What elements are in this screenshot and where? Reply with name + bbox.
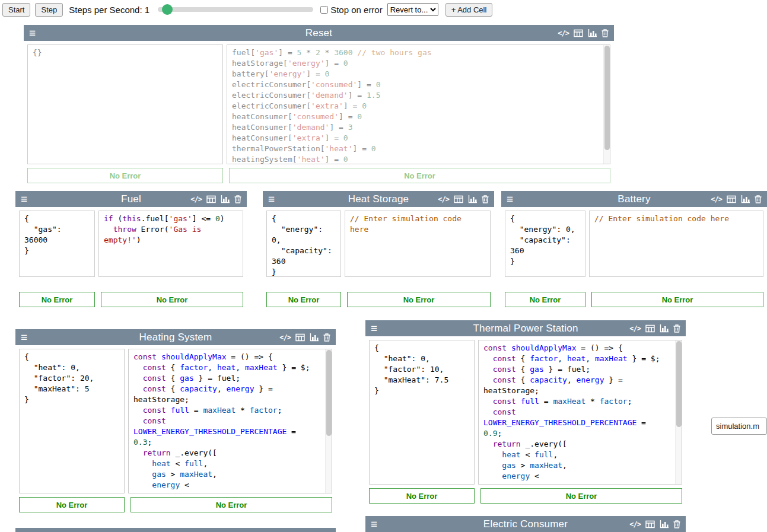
cell-heat-consumer: ≡ Heat Consumer </> <box>15 528 336 532</box>
cell-menu-icon[interactable]: ≡ <box>371 323 377 334</box>
cell-header-icons: </> <box>558 29 609 37</box>
slider-thumb[interactable] <box>162 4 173 15</box>
table-view-icon[interactable] <box>295 333 305 342</box>
delete-cell-icon[interactable] <box>234 195 241 203</box>
table-view-icon[interactable] <box>574 29 583 37</box>
code-error-status: No Error <box>131 497 332 512</box>
error-row: No Error No Error <box>501 292 767 311</box>
cell-body: { "heat": 0, "factor": 10, "maxHeat": 7.… <box>365 336 686 488</box>
chart-view-icon[interactable] <box>741 195 750 203</box>
speed-slider[interactable] <box>158 4 313 15</box>
table-view-icon[interactable] <box>206 195 216 203</box>
state-error-status: No Error <box>19 497 125 512</box>
cell-heating-system: ≡ Heating System </> { "heat": 0, "facto… <box>15 329 336 516</box>
chart-view-icon[interactable] <box>310 333 319 342</box>
cell-body: { "energy": 0, "capacity": 360 } // Ente… <box>501 207 767 292</box>
cell-heat-storage: ≡ Heat Storage </> { "energy": 0, "capac… <box>263 191 494 311</box>
code-error-status: No Error <box>229 168 610 183</box>
cell-body: { "energy": 0, "capacity": 360 } // Ente… <box>263 207 494 292</box>
code-view-icon[interactable]: </> <box>629 520 641 528</box>
code-error-status: No Error <box>591 292 763 307</box>
cell-header: ≡ Battery </> <box>501 191 767 207</box>
cell-body: { "heat": 0, "factor": 20, "maxHeat": 5 … <box>15 345 336 497</box>
table-view-icon[interactable] <box>645 520 655 528</box>
chart-view-icon[interactable] <box>660 324 669 333</box>
delete-cell-icon[interactable] <box>755 195 762 203</box>
error-row: No Error No Error <box>24 168 614 187</box>
state-error-status: No Error <box>505 292 585 307</box>
cell-header-icons: </> <box>279 333 330 342</box>
cell-menu-icon[interactable]: ≡ <box>507 193 513 205</box>
cell-menu-icon[interactable]: ≡ <box>21 193 27 205</box>
revert-select[interactable]: Revert to... <box>387 3 438 16</box>
scrollbar[interactable] <box>603 45 610 164</box>
stop-on-error-checkbox[interactable] <box>320 6 328 14</box>
code-error-status: No Error <box>347 292 491 307</box>
step-button[interactable]: Step <box>35 3 63 17</box>
code-error-status: No Error <box>101 292 243 307</box>
code-view-icon[interactable]: </> <box>711 195 722 203</box>
link-preview-tooltip: simulation.m <box>711 418 767 435</box>
cell-body: {} fuel['gas'] = 5 * 2 * 3600 // two hou… <box>24 41 614 168</box>
cell-header: ≡ Fuel </> <box>15 191 247 207</box>
app: Start Step Steps per Second: 1 Stop on e… <box>0 0 767 532</box>
cell-menu-icon[interactable]: ≡ <box>21 332 27 343</box>
cell-header-icons: </> <box>711 195 762 203</box>
code-editor[interactable]: // Enter simulation codehere <box>345 211 491 277</box>
error-row: No Error No Error <box>263 292 494 311</box>
state-editor[interactable]: { "energy": 0, "capacity": 360 } <box>266 211 341 277</box>
cell-header-icons: </> <box>629 520 680 528</box>
code-editor[interactable]: const shouldApplyMax = () => { const { f… <box>128 349 332 493</box>
delete-cell-icon[interactable] <box>673 520 680 528</box>
table-view-icon[interactable] <box>645 324 655 333</box>
code-view-icon[interactable]: </> <box>629 324 641 333</box>
table-view-icon[interactable] <box>727 195 736 203</box>
state-editor[interactable]: { "heat": 0, "factor": 10, "maxHeat": 7.… <box>369 340 475 485</box>
cell-reset: ≡ Reset </> {} fuel['gas'] = 5 * 2 * 360… <box>24 25 614 187</box>
code-editor[interactable]: fuel['gas'] = 5 * 2 * 3600 // two hours … <box>227 44 610 164</box>
cell-menu-icon[interactable]: ≡ <box>371 518 377 530</box>
code-editor[interactable]: // Enter simulation code here <box>589 211 763 277</box>
table-view-icon[interactable] <box>454 195 463 203</box>
scrollbar[interactable] <box>675 340 682 484</box>
error-row: No Error No Error <box>15 292 247 311</box>
chart-view-icon[interactable] <box>221 195 230 203</box>
cell-header: ≡ Electric Consumer </> <box>365 516 686 532</box>
add-cell-button[interactable]: + Add Cell <box>445 3 493 17</box>
state-editor[interactable]: { "energy": 0, "capacity": 360 } <box>505 211 585 277</box>
cell-menu-icon[interactable]: ≡ <box>268 193 275 205</box>
code-view-icon[interactable]: </> <box>558 29 569 37</box>
cell-title: Reset <box>24 27 614 39</box>
cell-header-icons: </> <box>190 195 241 203</box>
cell-header: ≡ Heat Consumer </> <box>15 528 336 532</box>
start-button[interactable]: Start <box>2 3 30 17</box>
code-view-icon[interactable]: </> <box>279 333 291 342</box>
scrollbar[interactable] <box>325 349 332 493</box>
chart-view-icon[interactable] <box>660 520 669 528</box>
speed-value: 1 <box>145 5 149 15</box>
cell-menu-icon[interactable]: ≡ <box>29 27 36 39</box>
slider-track[interactable] <box>158 7 313 12</box>
code-view-icon[interactable]: </> <box>190 195 202 203</box>
state-editor[interactable]: { "heat": 0, "factor": 20, "maxHeat": 5 … <box>19 349 125 493</box>
chart-view-icon[interactable] <box>588 29 597 37</box>
cell-thermal-power-station: ≡ Thermal Power Station </> { "heat": 0,… <box>365 320 686 507</box>
state-editor[interactable]: {} <box>27 44 223 164</box>
delete-cell-icon[interactable] <box>601 29 609 37</box>
cell-electric-consumer: ≡ Electric Consumer </> <box>365 516 686 532</box>
speed-label: Steps per Second: 1 <box>69 5 149 15</box>
state-error-status: No Error <box>369 488 475 504</box>
delete-cell-icon[interactable] <box>673 324 680 333</box>
chart-view-icon[interactable] <box>468 195 477 203</box>
code-editor[interactable]: if (this.fuel['gas'] <= 0) throw Error('… <box>98 211 243 277</box>
toolbar: Start Step Steps per Second: 1 Stop on e… <box>0 0 767 19</box>
delete-cell-icon[interactable] <box>323 333 330 342</box>
delete-cell-icon[interactable] <box>482 195 489 203</box>
cell-battery: ≡ Battery </> { "energy": 0, "capacity":… <box>501 191 767 311</box>
code-view-icon[interactable]: </> <box>438 195 449 203</box>
code-editor[interactable]: const shouldApplyMax = () => { const { f… <box>478 340 682 485</box>
error-row: No Error No Error <box>365 488 686 507</box>
state-editor[interactable]: { "gas": 36000 } <box>19 211 95 277</box>
state-error-status: No Error <box>266 292 341 307</box>
cell-header-icons: </> <box>438 195 489 203</box>
